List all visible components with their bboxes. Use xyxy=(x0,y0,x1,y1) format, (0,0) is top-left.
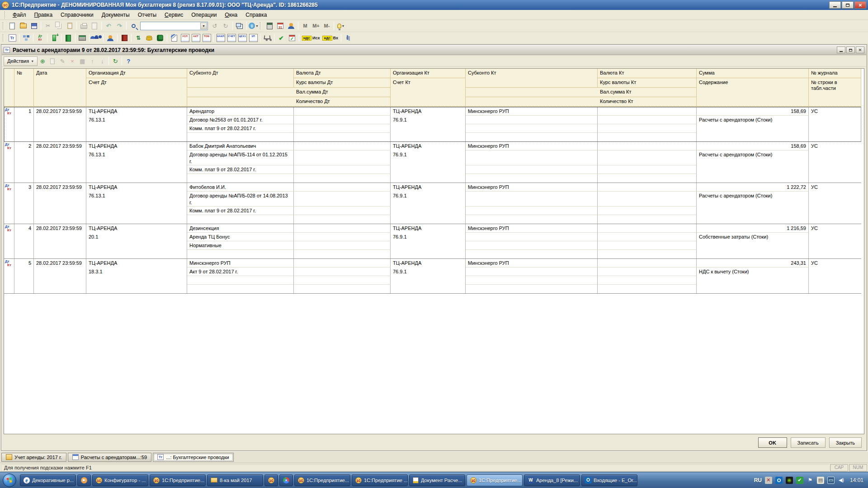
employee-icon[interactable] xyxy=(105,33,115,42)
col-org-dt[interactable]: Организация Дт xyxy=(86,69,187,78)
cash-register-icon[interactable] xyxy=(77,33,87,42)
edit-row-icon[interactable]: ✎ xyxy=(57,56,67,66)
calendar-icon[interactable]: 31 xyxy=(275,21,286,31)
table-row[interactable]: ДтКт 3 28.02.2017 23:59:59 ТЦ-АРЕНДА 76.… xyxy=(4,183,861,224)
nds-in-icon[interactable]: НДСВх xyxy=(321,36,340,41)
org-structure-icon[interactable] xyxy=(21,33,31,42)
user-icon[interactable] xyxy=(286,21,297,31)
menu-documents[interactable]: Документы xyxy=(98,11,134,19)
col-currency-kt[interactable]: Валюта Кт xyxy=(598,69,697,78)
cart-icon[interactable] xyxy=(262,33,272,42)
undo-icon[interactable]: ↶ xyxy=(103,21,114,31)
language-indicator[interactable]: RU xyxy=(754,477,762,483)
search-combobox[interactable]: ▼ xyxy=(140,22,208,30)
col-content[interactable]: Содержание xyxy=(697,78,809,107)
scale-adjust-icon[interactable]: ⇅ xyxy=(133,33,143,42)
taskbar-item-player[interactable]: ▶ xyxy=(77,474,91,486)
clipboard-tray-icon[interactable]: ▤ xyxy=(817,477,824,484)
col-valsum-kt[interactable]: Вал.сумма Кт xyxy=(466,88,697,97)
print-preview-icon[interactable] xyxy=(89,21,100,31)
table-row[interactable]: ДтКт 5 28.02.2017 23:59:59 ТЦ-АРЕНДА 18.… xyxy=(4,259,861,294)
menu-operations[interactable]: Операции xyxy=(187,11,221,19)
taskbar-item-1c[interactable]: 1С1С:Предприятие... xyxy=(150,474,206,486)
menu-reports[interactable]: Отчеты xyxy=(134,11,160,19)
start-button[interactable] xyxy=(3,474,16,487)
battery-plus-icon[interactable] xyxy=(49,33,59,42)
dt-kt-postings-icon[interactable]: ДтКт xyxy=(35,33,45,42)
taskbar-item-1c[interactable]: 1С1С:Предприятие... xyxy=(294,474,350,486)
contractors-icon[interactable] xyxy=(91,33,101,42)
postings-table[interactable]: № Дата Организация Дт Счет Дт Субконто Д… xyxy=(4,68,864,434)
col-org-kt[interactable]: Организация Кт xyxy=(391,69,466,78)
find-previous-icon[interactable]: ↺ xyxy=(209,21,220,31)
redo-icon[interactable]: ↷ xyxy=(114,21,125,31)
nvidia-icon[interactable]: ◉ xyxy=(786,477,793,484)
col-qty-kt[interactable]: Количество Кт xyxy=(466,97,697,107)
grid-settings-icon[interactable]: ▦ xyxy=(77,56,87,66)
atm-tree-icon[interactable] xyxy=(155,33,165,42)
taskbar-item-1c-active[interactable]: 1С1С:Предприятие... xyxy=(467,474,523,486)
taskbar-item-1c-small[interactable]: 1С xyxy=(264,474,278,486)
menu-service[interactable]: Сервис xyxy=(160,11,187,19)
tab-postings[interactable]: Тг ...: Бухгалтерские проводки xyxy=(153,453,234,462)
save-button[interactable]: Записать xyxy=(791,437,826,448)
nds-out-icon[interactable]: НДСИсх xyxy=(301,36,321,41)
cut-icon[interactable]: ✂ xyxy=(42,21,53,31)
taskbar-item-chrome[interactable] xyxy=(279,474,293,486)
col-rate-dt[interactable]: Курс валюты Дт xyxy=(294,78,391,88)
ok-button[interactable]: OK xyxy=(758,437,787,448)
new-document-icon[interactable] xyxy=(7,21,18,31)
display-tray-icon[interactable]: ▭ xyxy=(827,477,835,484)
taskbar-item-1c[interactable]: 1С1С:Предприятие ... xyxy=(352,474,408,486)
table-row[interactable]: ДтКт 4 28.02.2017 23:59:59 ТЦ-АРЕНДА 20.… xyxy=(4,224,861,259)
tab-rent-accounting[interactable]: Учет аренды: 2017 г. xyxy=(1,453,66,462)
network-error-icon[interactable]: ✕ xyxy=(765,477,772,484)
calendar-check-icon[interactable]: ✓ xyxy=(287,33,297,42)
col-subconto-dt[interactable]: Субконто Дт xyxy=(187,69,294,88)
tab-tenant-settlements[interactable]: Расчеты с арендаторам...:59 xyxy=(68,453,152,462)
col-currency-dt[interactable]: Валюта Дт xyxy=(294,69,391,78)
col-rate-kt[interactable]: Курс валюты Кт xyxy=(598,78,697,88)
print-icon[interactable] xyxy=(78,21,89,31)
move-up-icon[interactable]: ↑ xyxy=(87,56,97,66)
taskbar-item-ie[interactable]: eДекоративные р... xyxy=(20,474,76,486)
col-account-dt[interactable]: Счет Дт xyxy=(86,78,187,107)
info-icon[interactable]: i▼ xyxy=(248,21,259,31)
memory-recall-button[interactable]: M xyxy=(300,21,311,31)
menu-edit[interactable]: Правка xyxy=(30,11,57,19)
col-sum[interactable]: Сумма xyxy=(697,69,809,78)
memory-minus-button[interactable]: M- xyxy=(321,21,332,31)
copy-row-icon[interactable] xyxy=(47,56,57,66)
search-icon[interactable] xyxy=(128,21,139,31)
doc-zp-icon[interactable]: ЗП xyxy=(248,33,258,42)
chevron-down-icon[interactable]: ▼ xyxy=(200,23,207,29)
menu-windows[interactable]: Окна xyxy=(221,11,241,19)
menu-help[interactable]: Справка xyxy=(241,11,271,19)
add-row-icon[interactable]: ⊕ xyxy=(38,56,47,66)
open-icon[interactable] xyxy=(18,21,28,31)
maximize-button[interactable] xyxy=(842,1,854,9)
red-book-icon[interactable] xyxy=(119,33,129,42)
find-next-icon[interactable]: ↻ xyxy=(220,21,231,31)
taskbar-item-folder[interactable]: 8-ка май 2017 xyxy=(207,474,263,486)
taskbar-item-configurator[interactable]: 1СКонфигуратор - ... xyxy=(92,474,148,486)
close-form-button[interactable]: Закрыть xyxy=(829,437,862,448)
outlook-tray-icon[interactable]: O xyxy=(775,477,783,484)
memory-plus-button[interactable]: M+ xyxy=(311,21,321,31)
coins-icon[interactable] xyxy=(144,33,154,42)
windows-list-icon[interactable] xyxy=(234,21,245,31)
employee-report-icon[interactable] xyxy=(343,33,353,42)
col-rownum[interactable]: № строки в табл.части xyxy=(809,78,861,107)
col-qty-dt[interactable]: Количество Дт xyxy=(187,97,391,107)
doc-ceh1-icon[interactable]: ЦЕХ1 xyxy=(237,33,247,42)
volume-icon[interactable]: ◀) xyxy=(838,477,845,484)
doc-nakl-icon[interactable]: НАКЛ xyxy=(216,33,226,42)
approve-icon[interactable]: ✔ xyxy=(276,33,286,42)
menu-file[interactable]: Файл xyxy=(9,11,30,19)
col-valsum-dt[interactable]: Вал.сумма Дт xyxy=(187,88,391,97)
col-date[interactable]: Дата xyxy=(34,69,86,107)
minimize-button[interactable] xyxy=(829,1,841,9)
taskbar-item-document[interactable]: Документ Расче... xyxy=(409,474,465,486)
notepad-pencil-icon[interactable] xyxy=(169,33,179,42)
doc-tov-icon[interactable]: ТОВ xyxy=(202,33,212,42)
